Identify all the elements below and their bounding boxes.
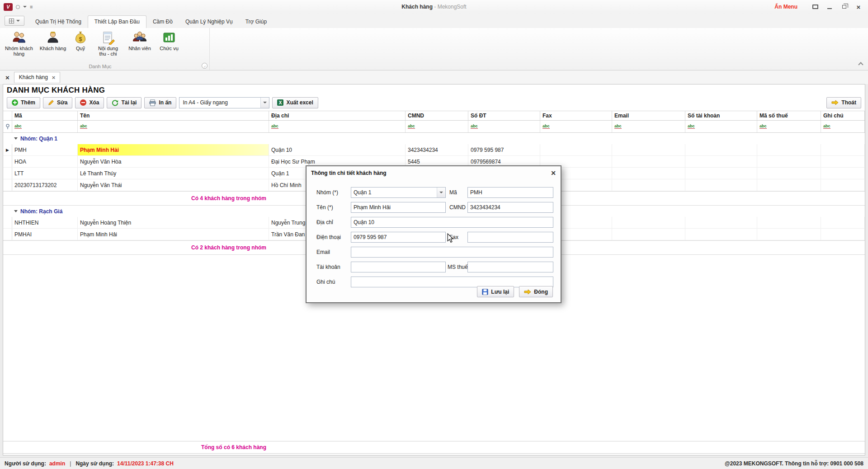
cell-so-dt[interactable]: 0979 595 987 <box>468 144 540 155</box>
cell-ten[interactable]: Nguyễn Văn Hòa <box>78 156 269 167</box>
restore-button[interactable] <box>839 3 849 11</box>
application-menu-button[interactable] <box>5 16 24 26</box>
dia-chi-field[interactable] <box>351 217 553 228</box>
cell-ma-so-thue[interactable] <box>757 144 821 155</box>
column-header-ma-so-thue[interactable]: Mã số thuế <box>757 111 821 120</box>
cell-ten[interactable]: Nguyễn Văn Thái <box>78 179 269 191</box>
fax-field[interactable] <box>467 232 553 243</box>
export-excel-button[interactable]: X Xuất excel <box>272 97 318 108</box>
document-tab-khach-hang[interactable]: Khách hàng × <box>14 72 61 83</box>
collapse-triangle-icon[interactable] <box>14 137 18 140</box>
tab-tro-giup[interactable]: Trợ Giúp <box>239 15 273 28</box>
cell-email[interactable] <box>612 217 685 228</box>
filter-cell-so-tai-khoan[interactable]: abc <box>685 121 757 132</box>
ribbon-item-nhom-khach-hang[interactable]: Nhóm khách hàng <box>3 29 35 57</box>
cell-ma-so-thue[interactable] <box>757 179 821 191</box>
filter-cell-dia-chi[interactable]: abc <box>269 121 406 132</box>
save-button[interactable]: Lưu lại <box>477 286 514 297</box>
filter-cell-ma-so-thue[interactable]: abc <box>757 121 821 132</box>
column-header-ghi-chu[interactable]: Ghi chú <box>821 111 865 120</box>
cell-ghi-chu[interactable] <box>821 179 865 191</box>
cell-ten-selected[interactable]: Phạm Minh Hải <box>78 144 269 155</box>
tab-cam-do[interactable]: Cầm Đồ <box>146 15 179 28</box>
cell-so-tai-khoan[interactable] <box>685 229 757 240</box>
dropdown-arrow-button[interactable] <box>437 188 445 197</box>
cell-email[interactable] <box>612 229 685 240</box>
email-field[interactable] <box>351 247 553 258</box>
filter-cell-fax[interactable]: abc <box>540 121 612 132</box>
tai-khoan-field[interactable] <box>351 262 446 272</box>
tab-close-icon[interactable]: × <box>52 74 56 81</box>
cell-dia-chi[interactable]: Quận 10 <box>269 144 406 155</box>
cell-ma[interactable]: LTT <box>12 168 78 179</box>
table-row[interactable]: ▶ PMH Phạm Minh Hải Quận 10 3423434234 0… <box>3 144 865 156</box>
cell-ghi-chu[interactable] <box>821 144 865 155</box>
cell-email[interactable] <box>612 179 685 191</box>
minimize-button[interactable] <box>825 3 835 11</box>
cell-ma-so-thue[interactable] <box>757 217 821 228</box>
dropdown-arrow-button[interactable] <box>260 98 269 108</box>
cell-ma[interactable]: NHTHIEN <box>12 217 78 228</box>
cell-ghi-chu[interactable] <box>821 217 865 228</box>
tab-quan-tri-he-thong[interactable]: Quản Trị Hệ Thống <box>29 15 88 28</box>
cell-so-tai-khoan[interactable] <box>685 179 757 191</box>
close-document-button[interactable]: × <box>5 74 9 81</box>
filter-cell-so-dt[interactable]: abc <box>468 121 540 132</box>
cell-email[interactable] <box>612 156 685 167</box>
cell-so-tai-khoan[interactable] <box>685 168 757 179</box>
collapse-triangle-icon[interactable] <box>14 210 18 212</box>
tab-quan-ly-nghiep-vu[interactable]: Quản Lý Nghiệp Vụ <box>179 15 239 28</box>
cell-ghi-chu[interactable] <box>821 156 865 167</box>
dialog-close-icon[interactable]: ✕ <box>551 169 556 177</box>
ribbon-item-nhan-vien[interactable]: Nhân viên <box>126 29 154 52</box>
edit-button[interactable]: Sửa <box>43 97 72 108</box>
print-button[interactable]: In ấn <box>144 97 176 108</box>
ribbon-item-quy[interactable]: $ Quỹ <box>71 29 90 52</box>
hide-menu-button[interactable]: Ẩn Menu <box>774 4 797 10</box>
dialog-close-button[interactable]: Đóng <box>519 286 553 297</box>
dialog-titlebar[interactable]: Thông tin chi tiết khách hàng ✕ <box>307 166 561 180</box>
ribbon-item-chuc-vu[interactable]: Chức vụ <box>156 29 182 52</box>
cell-ma-so-thue[interactable] <box>757 156 821 167</box>
column-header-cmnd[interactable]: CMND <box>406 111 468 120</box>
column-header-fax[interactable]: Fax <box>540 111 612 120</box>
group-row-quan-1[interactable]: Nhóm: Quận 1 <box>3 133 865 144</box>
nhom-select[interactable]: Quận 1 <box>351 187 446 198</box>
cell-ten[interactable]: Phạm Minh Hải <box>78 229 269 240</box>
cell-ten[interactable]: Nguyễn Hoàng Thiện <box>78 217 269 228</box>
chevron-down-icon[interactable] <box>23 6 27 8</box>
group-dialog-launcher[interactable]: ◞ <box>202 63 208 69</box>
ribbon-collapse-icon[interactable] <box>858 62 863 67</box>
cell-ten[interactable]: Lê Thanh Thúy <box>78 168 269 179</box>
cmnd-field[interactable] <box>467 202 553 213</box>
print-format-select[interactable]: In A4 - Giấy ngang <box>179 97 269 108</box>
column-header-email[interactable]: Email <box>612 111 685 120</box>
cell-ma-so-thue[interactable] <box>757 229 821 240</box>
filter-cell-ma[interactable]: abc <box>12 121 78 132</box>
filter-cell-ten[interactable]: abc <box>78 121 269 132</box>
column-header-so-tai-khoan[interactable]: Số tài khoản <box>685 111 757 120</box>
qat-button-icon[interactable] <box>16 5 20 9</box>
cell-so-tai-khoan[interactable] <box>685 144 757 155</box>
close-button[interactable]: × <box>854 3 863 11</box>
exit-button[interactable]: Thoát <box>826 97 861 108</box>
column-header-so-dt[interactable]: Số ĐT <box>468 111 540 120</box>
reload-button[interactable]: Tải lại <box>107 97 142 108</box>
tab-thiet-lap-ban-dau[interactable]: Thiết Lập Ban Đầu <box>88 15 146 28</box>
cell-ma-so-thue[interactable] <box>757 168 821 179</box>
filter-cell-ghi-chu[interactable]: abc <box>821 121 865 132</box>
cell-so-tai-khoan[interactable] <box>685 156 757 167</box>
cell-ma[interactable]: PMHAI <box>12 229 78 240</box>
cell-email[interactable] <box>612 144 685 155</box>
cell-email[interactable] <box>612 168 685 179</box>
ribbon-item-noi-dung-thu-chi[interactable]: Nội dung thu - chi <box>93 29 123 57</box>
add-button[interactable]: Thêm <box>7 97 40 108</box>
delete-button[interactable]: Xóa <box>75 97 104 108</box>
ribbon-item-khach-hang[interactable]: Khách hàng <box>38 29 68 52</box>
filter-cell-email[interactable]: abc <box>612 121 685 132</box>
cell-cmnd[interactable]: 3423434234 <box>406 144 468 155</box>
cell-ma[interactable]: 20230713173202 <box>12 179 78 191</box>
filter-cell-cmnd[interactable]: abc <box>406 121 468 132</box>
cell-ghi-chu[interactable] <box>821 229 865 240</box>
qat-customize-icon[interactable]: ≡ <box>30 4 33 9</box>
